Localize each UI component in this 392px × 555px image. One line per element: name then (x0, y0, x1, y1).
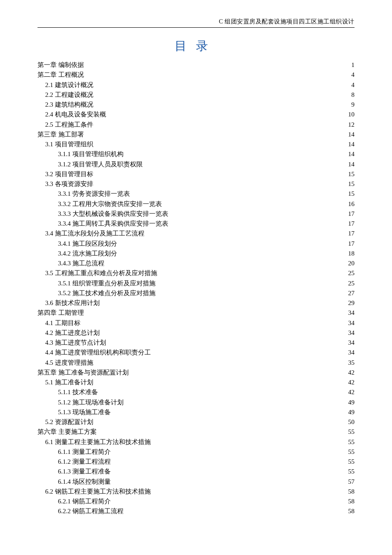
toc-row: 5.1.2 施工现场准备计划49 (37, 398, 355, 407)
toc-entry-page: 25 (348, 279, 355, 288)
toc-entry-page: 34 (348, 348, 355, 357)
toc-entry-label: 6.2 钢筋工程主要施工方法和技术措施 (45, 487, 151, 497)
toc-entry-page: 55 (348, 437, 355, 447)
toc-entry-page: 17 (348, 229, 355, 238)
toc-entry-label: 6.1.1 测量工程简介 (58, 447, 111, 457)
toc-entry-page: 58 (348, 497, 355, 506)
toc-row: 第一章 编制依据1 (37, 60, 355, 70)
toc-entry-label: 第三章 施工部署 (37, 130, 84, 139)
toc-entry-label: 第六章 主要施工方案 (37, 427, 97, 437)
toc-row: 第四章 工期管理34 (37, 308, 355, 318)
toc-row: 3.4.3 施工总流程20 (37, 259, 355, 268)
toc-row: 4.3 施工进度节点计划34 (37, 338, 355, 348)
toc-row: 3.3.2 工程用大宗物资供应安排一览表16 (37, 199, 355, 209)
toc-entry-page: 18 (348, 249, 355, 259)
toc-entry-page: 15 (348, 189, 355, 199)
toc-entry-page: 15 (348, 179, 355, 189)
toc-entry-label: 第四章 工期管理 (37, 308, 84, 318)
toc-title: 目录 (37, 38, 355, 54)
toc-entry-label: 4.2 施工进度总计划 (45, 328, 100, 338)
toc-row: 3.4.2 流水施工段划分18 (37, 249, 355, 259)
toc-row: 4.2 施工进度总计划34 (37, 328, 355, 338)
toc-row: 3.5 工程施工重点和难点分析及应对措施25 (37, 268, 355, 278)
toc-entry-page: 12 (348, 120, 355, 130)
toc-row: 5.1 施工准备计划42 (37, 378, 355, 387)
toc-row: 2.5 工程施工条件12 (37, 120, 355, 130)
toc-entry-page: 27 (348, 288, 355, 298)
toc-row: 4.4 施工进度管理组织机构和职责分工34 (37, 348, 355, 357)
toc-entry-label: 6.2.2 钢筋工程施工流程 (58, 506, 124, 516)
toc-entry-label: 3.4.3 施工总流程 (58, 259, 104, 268)
toc-entry-label: 3.5.1 组织管理重点分析及应对措施 (58, 279, 156, 288)
toc-row: 5.1.3 现场施工准备49 (37, 407, 355, 417)
toc-row: 2.3 建筑结构概况9 (37, 100, 355, 110)
toc-entry-label: 4.3 施工进度节点计划 (45, 338, 106, 348)
toc-row: 3.4.1 施工段区段划分17 (37, 239, 355, 249)
toc-entry-page: 4 (352, 70, 355, 80)
toc-entry-page: 42 (348, 378, 355, 387)
toc-entry-label: 6.1.3 测量工程准备 (58, 467, 111, 477)
toc-entry-label: 3.4.2 流水施工段划分 (58, 249, 117, 259)
toc-entry-label: 4.4 施工进度管理组织机构和职责分工 (45, 348, 151, 357)
toc-row: 4.1 工期目标34 (37, 318, 355, 328)
toc-entry-label: 第一章 编制依据 (37, 60, 84, 70)
toc-entry-page: 14 (348, 160, 355, 169)
toc-entry-label: 3.4 施工流水段划分及施工工艺流程 (45, 229, 144, 238)
toc-entry-page: 42 (348, 368, 355, 378)
toc-entry-page: 16 (348, 199, 355, 209)
toc-entry-page: 17 (348, 219, 355, 229)
toc-entry-page: 14 (348, 149, 355, 159)
toc-row: 3.1.1 项目管理组织机构14 (37, 149, 355, 159)
toc-row: 3.3.3 大型机械设备采购供应安排一览表17 (37, 209, 355, 219)
toc-entry-page: 34 (348, 308, 355, 318)
toc-entry-page: 58 (348, 506, 355, 516)
toc-entry-page: 49 (348, 407, 355, 417)
toc-entry-page: 58 (348, 487, 355, 497)
toc-row: 6.2.1 钢筋工程简介58 (37, 497, 355, 506)
toc-entry-label: 5.1.3 现场施工准备 (58, 407, 111, 417)
toc-entry-page: 14 (348, 139, 355, 149)
toc-row: 5.1.1 技术准备42 (37, 387, 355, 397)
toc-entry-label: 6.1.4 场区控制测量 (58, 477, 111, 487)
toc-row: 3.5.2 施工技术难点分析及应对措施27 (37, 288, 355, 298)
toc-entry-label: 6.1.2 测量工程流程 (58, 457, 111, 467)
toc-entry-page: 35 (348, 358, 355, 368)
toc-row: 第二章 工程概况4 (37, 70, 355, 80)
toc-entry-label: 3.3 各项资源安排 (45, 179, 93, 189)
toc-entry-page: 55 (348, 467, 355, 477)
toc-entry-page: 57 (348, 477, 355, 487)
toc-entry-label: 3.2 项目管理目标 (45, 169, 93, 179)
toc-entry-page: 20 (348, 259, 355, 268)
toc-entry-page: 9 (352, 100, 355, 110)
toc-entry-label: 3.1.1 项目管理组织机构 (58, 149, 124, 159)
toc-row: 4.5 进度管理措施35 (37, 358, 355, 368)
toc-row: 6.2.2 钢筋工程施工流程58 (37, 506, 355, 516)
running-header: C 组团安置房及配套设施项目四工区施工组织设计 (37, 18, 355, 28)
toc-entry-label: 5.1.2 施工现场准备计划 (58, 398, 124, 407)
toc-row: 3.6 新技术应用计划29 (37, 298, 355, 308)
toc-entry-label: 3.3.3 大型机械设备采购供应安排一览表 (58, 209, 168, 219)
toc-row: 3.3.1 劳务资源安排一览表15 (37, 189, 355, 199)
toc-entry-label: 3.6 新技术应用计划 (45, 298, 100, 308)
toc-entry-label: 第五章 施工准备与资源配置计划 (37, 368, 129, 378)
toc-entry-label: 3.1 项目管理组织 (45, 139, 93, 149)
toc-entry-label: 2.5 工程施工条件 (45, 120, 93, 130)
toc-entry-page: 25 (348, 268, 355, 278)
toc-entry-page: 55 (348, 427, 355, 437)
toc-row: 第三章 施工部署14 (37, 130, 355, 139)
table-of-contents: 第一章 编制依据1第二章 工程概况42.1 建筑设计概况42.2 工程建设概况8… (37, 60, 355, 517)
toc-entry-label: 3.3.2 工程用大宗物资供应安排一览表 (58, 199, 162, 209)
toc-row: 5.2 资源配置计划50 (37, 417, 355, 427)
toc-row: 6.1.3 测量工程准备55 (37, 467, 355, 477)
toc-entry-page: 1 (352, 60, 355, 70)
toc-row: 第五章 施工准备与资源配置计划42 (37, 368, 355, 378)
toc-row: 3.1 项目管理组织14 (37, 139, 355, 149)
toc-entry-page: 10 (348, 110, 355, 119)
toc-row: 2.2 工程建设概况8 (37, 90, 355, 100)
toc-entry-label: 2.2 工程建设概况 (45, 90, 93, 100)
toc-entry-label: 5.2 资源配置计划 (45, 417, 93, 427)
toc-entry-label: 3.5 工程施工重点和难点分析及应对措施 (45, 268, 157, 278)
toc-row: 6.1.4 场区控制测量57 (37, 477, 355, 487)
header-text: C 组团安置房及配套设施项目四工区施工组织设计 (219, 18, 355, 25)
toc-entry-page: 14 (348, 130, 355, 139)
